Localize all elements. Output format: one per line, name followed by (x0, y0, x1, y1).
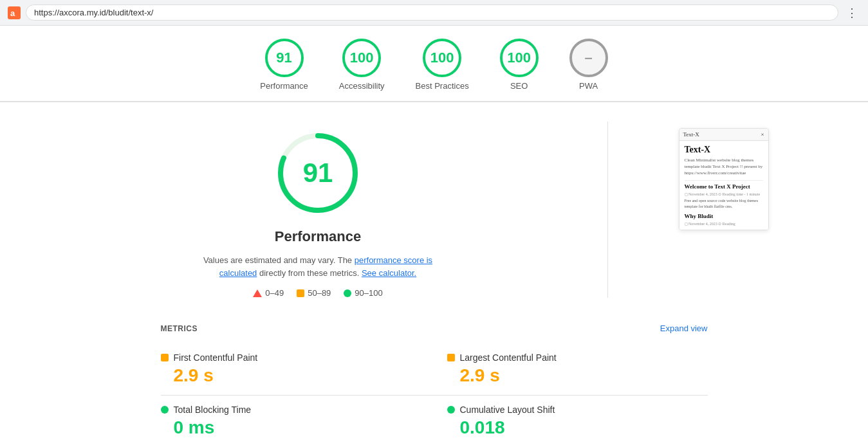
score-circle-performance: 91 (265, 39, 304, 77)
preview-post1-meta: ◻ November 4, 2023 ⊙ Reading time - 1 mi… (685, 192, 763, 196)
preview-area: Text-X × Text-X Clean Minimalist website… (660, 122, 788, 230)
score-circle-best-practices: 100 (423, 39, 461, 77)
description-text-1: Values are estimated and may vary. The (203, 255, 352, 265)
browser-menu-button[interactable]: ⋮ (844, 3, 860, 23)
preview-tab-close: × (761, 131, 764, 138)
legend-item-low: 0–49 (253, 288, 284, 298)
score-circle-seo: 100 (500, 39, 539, 77)
preview-site-description: Clean Minimalist website blog themes tem… (685, 158, 763, 176)
score-item-seo[interactable]: 100 SEO (500, 39, 539, 91)
metric-header-cls: Cumulative Layout Shift (447, 405, 708, 415)
perf-description: Values are estimated and may vary. The p… (196, 254, 440, 279)
score-item-best-practices[interactable]: 100 Best Practices (416, 39, 469, 91)
expand-view-button[interactable]: Expand view (660, 324, 708, 333)
preview-post1-title: Welcome to Text X Project (685, 183, 763, 190)
preview-card-header: Text-X × (679, 129, 768, 141)
legend: 0–49 50–89 90–100 (253, 288, 382, 298)
score-label-accessibility: Accessibility (339, 81, 385, 91)
metric-dot-cls (447, 406, 455, 414)
score-label-seo: SEO (510, 81, 528, 91)
metric-dot-fcp (161, 354, 169, 361)
metric-name-lcp: Largest Contentful Paint (460, 352, 557, 363)
metric-dot-lcp (447, 354, 455, 361)
preview-site-title: Text-X (685, 145, 763, 155)
score-item-performance[interactable]: 91 Performance (260, 39, 308, 91)
legend-label-high: 90–100 (355, 288, 382, 298)
metric-value-tbt: 0 ms (161, 417, 421, 438)
metric-row-tbt: Total Blocking Time 0 ms (161, 396, 434, 438)
main-content: 91 Performance Values are estimated and … (0, 102, 868, 438)
browser-bar: a https://axcora.my.id/bludit/text-x/ ⋮ (0, 0, 868, 26)
metric-dot-tbt (161, 406, 169, 414)
big-score-circle-container: 91 (273, 128, 363, 218)
legend-item-high: 90–100 (344, 288, 382, 298)
metrics-title: METRICS (161, 324, 198, 333)
metric-header-lcp: Largest Contentful Paint (447, 352, 708, 363)
perf-title: Performance (275, 228, 362, 245)
metric-row-fcp: First Contentful Paint 2.9 s (161, 343, 434, 396)
score-label-best-practices: Best Practices (416, 81, 469, 91)
see-calculator-link[interactable]: See calculator. (362, 268, 416, 278)
preview-divider (685, 180, 763, 181)
metric-name-fcp: First Contentful Paint (174, 352, 258, 363)
metric-value-cls: 0.018 (447, 417, 708, 438)
legend-item-mid: 50–89 (297, 288, 331, 298)
preview-card: Text-X × Text-X Clean Minimalist website… (679, 128, 769, 230)
svg-text:a: a (10, 8, 15, 18)
preview-post2-title: Why Bludit (685, 213, 763, 219)
legend-square-icon (297, 289, 304, 297)
score-details: 91 Performance Values are estimated and … (80, 122, 556, 298)
vertical-divider (607, 122, 608, 298)
metric-header-tbt: Total Blocking Time (161, 405, 421, 415)
browser-url-bar[interactable]: https://axcora.my.id/bludit/text-x/ (26, 5, 838, 21)
score-label-performance: Performance (260, 81, 308, 91)
score-circle-accessibility: 100 (342, 39, 381, 77)
metrics-header: METRICS Expand view (161, 324, 708, 333)
preview-post2-meta: ◻ November 4, 2023 ⊙ Reading (685, 221, 763, 226)
metric-row-lcp: Largest Contentful Paint 2.9 s (434, 343, 708, 396)
big-score-section: 91 Performance Values are estimated and … (80, 122, 788, 298)
metric-name-cls: Cumulative Layout Shift (460, 405, 555, 415)
metric-value-fcp: 2.9 s (161, 365, 421, 386)
big-score-number: 91 (303, 158, 333, 188)
legend-dot-icon (344, 289, 351, 297)
metric-name-tbt: Total Blocking Time (174, 405, 252, 415)
score-circle-pwa: – (569, 39, 608, 77)
score-item-pwa[interactable]: – PWA (569, 39, 608, 91)
score-bar: 91 Performance 100 Accessibility 100 Bes… (0, 26, 868, 102)
legend-triangle-icon (253, 289, 262, 297)
description-text-2: directly from these metrics. (259, 268, 359, 278)
metric-value-lcp: 2.9 s (447, 365, 708, 386)
preview-card-body: Text-X Clean Minimalist website blog the… (679, 141, 768, 230)
legend-label-low: 0–49 (265, 288, 284, 298)
legend-label-mid: 50–89 (308, 288, 331, 298)
metrics-grid: First Contentful Paint 2.9 s Largest Con… (161, 343, 708, 438)
preview-tab-title: Text-X (683, 131, 699, 138)
score-item-accessibility[interactable]: 100 Accessibility (339, 39, 385, 91)
metrics-section: METRICS Expand view First Contentful Pai… (161, 324, 708, 438)
metric-row-cls: Cumulative Layout Shift 0.018 (434, 396, 708, 438)
preview-post1-excerpt: Free and open source code website blog t… (685, 198, 763, 209)
metric-header-fcp: First Contentful Paint (161, 352, 421, 363)
browser-favicon: a (8, 6, 21, 19)
score-label-pwa: PWA (579, 81, 598, 91)
